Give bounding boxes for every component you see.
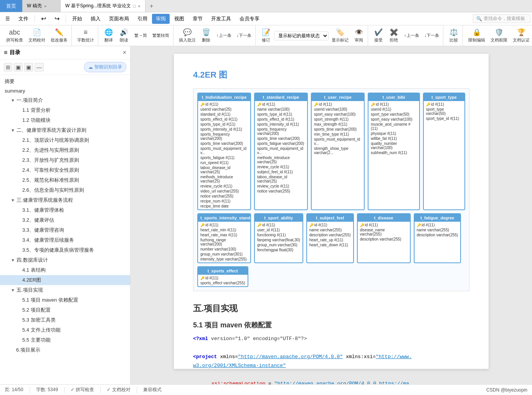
menu-insert[interactable]: 插入 xyxy=(87,14,104,24)
compare-doc-btn[interactable]: 📄 文档校对 xyxy=(26,27,48,44)
menu-start[interactable]: 开始 xyxy=(68,14,86,24)
toc-item-4[interactable]: 1.2 功能模块 xyxy=(0,115,130,125)
menu-view[interactable]: 视图 xyxy=(170,14,188,24)
read-btn[interactable]: 🔊 朗读 xyxy=(117,27,131,44)
toc-item-7[interactable]: 2.2、先进性与实用性原则 xyxy=(0,145,130,155)
toc-icon-2[interactable]: ▣ xyxy=(14,63,23,71)
toc-item-21[interactable]: ▼五.项目实现 xyxy=(0,285,130,295)
spell-btn[interactable]: abc 拼写检查 xyxy=(4,27,25,44)
next2-btn[interactable]: ↓下一条 xyxy=(422,32,442,40)
menu-file[interactable]: 文件 xyxy=(15,14,32,24)
compare-btn[interactable]: ⚖️ 比较 xyxy=(446,27,461,44)
show-marks-btn[interactable]: 🏷️ 显示标记 xyxy=(329,27,351,44)
tab-add[interactable]: + xyxy=(145,0,158,12)
toc-item-15[interactable]: 3.3、健康管理咨询 xyxy=(0,225,130,235)
status-compare[interactable]: ✓ 文档校对 xyxy=(107,387,130,393)
toc-item-11[interactable]: 2.6、信息全面与实时性原则 xyxy=(0,185,130,195)
tab-wps-close[interactable]: × xyxy=(44,4,46,8)
menu-hamburger[interactable]: ☰ xyxy=(2,14,14,23)
smart-toc-btn[interactable]: ☁ 智能识别目录 xyxy=(84,62,126,72)
doc-auth-btn[interactable]: 🏆 文档认证 xyxy=(511,27,532,44)
toc-item-22[interactable]: 5.1 项目 maven 依赖配置 xyxy=(0,295,130,305)
toc-item-26[interactable]: 5.5 主要功能 xyxy=(0,335,130,345)
tab-wps[interactable]: W 稿壳 × xyxy=(22,0,61,12)
accept-btn[interactable]: ✔️ 接受 xyxy=(371,27,386,44)
revise2-btn[interactable]: 📝 修订 xyxy=(259,27,273,44)
doc-rights-btn[interactable]: 🛡️ 文档权限 xyxy=(488,27,510,44)
toolbar-group-translate: 🌐 翻译 🔊 朗读 繁→简 繁繁转简 xyxy=(100,25,173,46)
toc-item-2[interactable]: ▼一.项目简介 xyxy=(0,95,130,105)
menu-redo[interactable]: ↪ xyxy=(51,13,63,24)
toc-icon-1[interactable]: ⊞ xyxy=(4,63,12,71)
er-table-header-fatigue: t_fatigue_degree xyxy=(415,214,461,222)
pk-icon: 🔑 xyxy=(309,223,314,227)
code-line-1: <?xml version="1.0" encoding="UTF-8"?> xyxy=(193,334,469,343)
toc-item-19[interactable]: 4.1 表结构 xyxy=(0,265,130,275)
trad-simp-btn[interactable]: 繁→简 xyxy=(132,32,149,40)
toc-item-12[interactable]: ▼三.健康管理系统服务流程 xyxy=(0,195,130,205)
toc-label-27: 6.项目展示 xyxy=(16,347,40,354)
sidebar-close-btn[interactable]: × xyxy=(123,49,126,56)
tab-home[interactable]: 首页 xyxy=(0,0,22,12)
toc-label-12: 三.健康管理系统服务流程 xyxy=(17,197,73,204)
simp-trad-btn[interactable]: 繁繁转简 xyxy=(150,32,172,40)
toc-item-17[interactable]: 3.5、专项的健康及疾病管理服务 xyxy=(0,245,130,255)
reject-btn[interactable]: ✖️ 拒绝 xyxy=(387,27,401,44)
toc-item-1[interactable]: summary xyxy=(0,86,130,95)
prev2-btn[interactable]: ↑上一条 xyxy=(402,32,421,40)
toc-item-14[interactable]: 3.2、健康评估 xyxy=(0,215,130,225)
menu-undo[interactable]: ↩ xyxy=(37,13,50,24)
er-row-2: t_sports_intensity_standard 🔑id #(11) he… xyxy=(197,213,465,263)
tab-doc-close[interactable]: □ xyxy=(133,4,136,8)
er-table-body-standard: 🔑id #(11) name varchar(100) sports_type_… xyxy=(255,101,307,194)
toc-icons: ⊞ ▣ ▣ — xyxy=(4,63,44,71)
toc-item-8[interactable]: 2.3、开放性与扩充性原则 xyxy=(0,155,130,165)
review-btn[interactable]: 👁️ 审阅 xyxy=(352,27,366,44)
toc-item-27[interactable]: 6.项目展示 xyxy=(0,345,130,355)
menu-layout[interactable]: 页面布局 xyxy=(105,14,133,24)
toc-item-25[interactable]: 5.4 文件上传功能 xyxy=(0,325,130,335)
toc-tree: 摘要summary▼一.项目简介1.1 背景分析1.2 功能模块▼二、健康管理系… xyxy=(0,75,130,384)
search-box[interactable]: 🔍 查找命令，搜索模板 xyxy=(473,14,530,23)
revise-btn[interactable]: ✏️ 批改服务 xyxy=(48,27,70,44)
toc-icon-3[interactable]: ▣ xyxy=(24,63,33,71)
insert-comment-btn[interactable]: 💬 插入批注 xyxy=(177,27,198,44)
menu-devtools[interactable]: 开发工具 xyxy=(207,14,235,24)
toc-item-20[interactable]: 4.2ER图 xyxy=(0,275,130,285)
menu-reference[interactable]: 引用 xyxy=(134,14,151,24)
tab-doc-close2[interactable]: × xyxy=(138,4,140,8)
toc-label-3: 1.1 背景分析 xyxy=(22,107,51,114)
translate-icon: 🌐 xyxy=(104,28,113,37)
menu-vip[interactable]: 会员专享 xyxy=(236,14,263,24)
er-row: userid varchar(100) xyxy=(314,107,362,112)
toc-item-23[interactable]: 5.2 项目配置 xyxy=(0,305,130,315)
tab-doc[interactable]: W 基于Spring...理系统 毕业论文 □ × xyxy=(61,0,145,12)
toc-label-19: 4.1 表结构 xyxy=(22,267,46,274)
restrict-edit-btn[interactable]: 🔒 限制编辑 xyxy=(466,27,487,44)
delete-btn[interactable]: 🗑️ 删除 xyxy=(199,27,213,44)
next-btn[interactable]: ↓下一条 xyxy=(235,32,254,40)
toc-item-0[interactable]: 摘要 xyxy=(0,76,130,86)
menu-chapter[interactable]: 章节 xyxy=(189,14,207,24)
er-row: functioning #(11) xyxy=(257,232,300,237)
menu-review[interactable]: 审阅 xyxy=(152,14,170,24)
xml-schema-attr: xsi:schemaLocation xyxy=(211,381,265,384)
toc-item-6[interactable]: 2.1、顶层设计与统筹协调原则 xyxy=(0,135,130,145)
wordcount-btn[interactable]: ≡ 字数统计 xyxy=(75,27,96,44)
pk-icon: 🔑 xyxy=(426,103,430,106)
toc-icon-4[interactable]: — xyxy=(35,63,44,71)
toc-item-13[interactable]: 3.1、健康管理体检 xyxy=(0,205,130,215)
translate-btn[interactable]: 🌐 翻译 xyxy=(101,27,116,44)
status-spell[interactable]: ✓ 拼写检查 xyxy=(71,387,94,393)
toc-label-25: 5.4 文件上传功能 xyxy=(22,327,61,334)
toc-item-18[interactable]: ▼四.数据库设计 xyxy=(0,255,130,265)
toc-item-24[interactable]: 5.3 加密工具类 xyxy=(0,315,130,325)
toc-item-10[interactable]: 2.5、规范化和标准性原则 xyxy=(0,175,130,185)
content-area[interactable]: 4.2ER 图 t_Individuation_recipe 🔑id #(11)… xyxy=(131,46,532,384)
prev-btn[interactable]: ↑上一条 xyxy=(214,32,234,40)
toc-item-9[interactable]: 2.4、可靠性和安全性原则 xyxy=(0,165,130,175)
display-status-select[interactable]: 显示标记的最终状态 xyxy=(274,31,329,40)
toc-item-5[interactable]: ▼二、健康管理系统方案设计原则 xyxy=(0,125,130,135)
toc-item-3[interactable]: 1.1 背景分析 xyxy=(0,105,130,115)
toc-item-16[interactable]: 3.4、健康管理后续服务 xyxy=(0,235,130,245)
